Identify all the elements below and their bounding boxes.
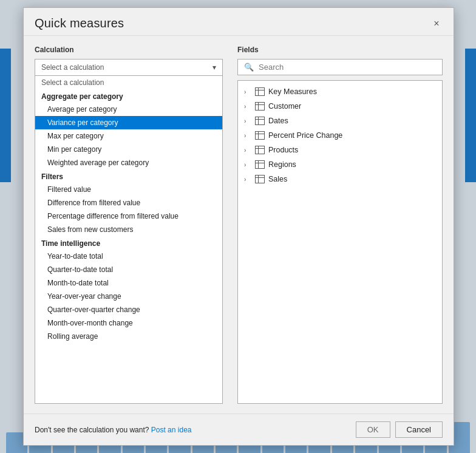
quick-measures-dialog: Quick measures × Calculation Select a ca… (23, 7, 454, 446)
field-item[interactable]: ›Percent Price Change (238, 128, 442, 143)
list-item[interactable]: Max per category (35, 129, 222, 143)
list-item[interactable]: Quarter-to-date total (35, 263, 222, 276)
calculation-label: Calculation (35, 46, 223, 54)
dialog-body: Calculation Select a calculation ▾ Selec… (24, 36, 454, 414)
chevron-right-icon: › (244, 89, 251, 95)
list-item[interactable]: Quarter-over-quarter change (35, 303, 222, 316)
list-item[interactable]: Filtered value (35, 183, 222, 196)
dialog-footer: Don't see the calculation you want? Post… (24, 414, 454, 445)
field-item[interactable]: ›Sales (238, 172, 442, 186)
chevron-right-icon: › (244, 118, 251, 124)
calc-group-0: Aggregate per category (35, 89, 222, 103)
list-item[interactable]: Month-to-date total (35, 276, 222, 290)
list-item[interactable]: Rolling average (35, 330, 222, 343)
field-label: Sales (268, 175, 287, 183)
field-label: Percent Price Change (268, 131, 342, 140)
calculation-dropdown[interactable]: Select a calculation ▾ (35, 59, 223, 76)
table-icon (255, 160, 265, 169)
blue-left-accent (0, 49, 11, 182)
footer-description: Don't see the calculation you want? (35, 426, 149, 434)
calculation-list[interactable]: Select a calculationAggregate per catego… (35, 76, 223, 404)
list-item[interactable]: Average per category (35, 103, 222, 116)
list-item[interactable]: Difference from filtered value (35, 196, 222, 209)
dropdown-placeholder: Select a calculation (41, 63, 104, 72)
field-label: Products (268, 146, 298, 154)
field-label: Regions (268, 160, 296, 169)
close-button[interactable]: × (430, 18, 443, 30)
calculation-panel: Calculation Select a calculation ▾ Selec… (35, 46, 223, 404)
calc-group-1: Filters (35, 169, 222, 183)
search-icon: 🔍 (244, 63, 254, 72)
fields-panel: Fields 🔍 ›Key Measures›Customer›Dates›Pe… (237, 46, 443, 404)
list-item[interactable]: Percentage difference from filtered valu… (35, 209, 222, 223)
ok-button[interactable]: OK (356, 421, 390, 438)
chevron-right-icon: › (244, 132, 251, 139)
search-input[interactable] (259, 63, 436, 72)
dialog-title: Quick measures (35, 16, 124, 30)
field-item[interactable]: ›Customer (238, 99, 442, 114)
field-label: Dates (268, 117, 288, 125)
table-icon (255, 102, 265, 111)
chevron-right-icon: › (244, 147, 251, 154)
calc-group-2: Time intelligence (35, 236, 222, 250)
chevron-right-icon: › (244, 103, 251, 110)
list-item[interactable]: Weighted average per category (35, 156, 222, 169)
table-icon (255, 87, 265, 96)
search-box: 🔍 (237, 59, 443, 75)
post-idea-link[interactable]: Post an idea (151, 426, 192, 434)
list-item[interactable]: Month-over-month change (35, 316, 222, 330)
chevron-down-icon: ▾ (212, 63, 216, 72)
table-icon (255, 175, 265, 183)
field-item[interactable]: ›Products (238, 143, 442, 157)
chevron-right-icon: › (244, 162, 251, 168)
footer-buttons: OK Cancel (356, 421, 443, 438)
list-item[interactable]: Year-over-year change (35, 290, 222, 303)
table-icon (255, 131, 265, 140)
list-item[interactable]: Variance per category (35, 116, 222, 129)
cancel-button[interactable]: Cancel (395, 421, 443, 438)
field-item[interactable]: ›Dates (238, 114, 442, 128)
dialog-title-bar: Quick measures × (24, 8, 454, 36)
footer-text: Don't see the calculation you want? Post… (35, 426, 191, 434)
list-item[interactable]: Year-to-date total (35, 250, 222, 263)
list-item[interactable]: Min per category (35, 143, 222, 156)
list-item[interactable]: Sales from new customers (35, 223, 222, 236)
table-icon (255, 146, 265, 154)
table-icon (255, 117, 265, 125)
field-label: Customer (268, 102, 301, 111)
fields-label: Fields (237, 46, 443, 54)
field-item[interactable]: ›Key Measures (238, 84, 442, 99)
fields-tree: ›Key Measures›Customer›Dates›Percent Pri… (237, 80, 443, 404)
chevron-right-icon: › (244, 176, 251, 183)
field-label: Key Measures (268, 87, 317, 96)
blue-right-accent (465, 49, 476, 182)
field-item[interactable]: ›Regions (238, 157, 442, 172)
list-header: Select a calculation (35, 76, 222, 89)
